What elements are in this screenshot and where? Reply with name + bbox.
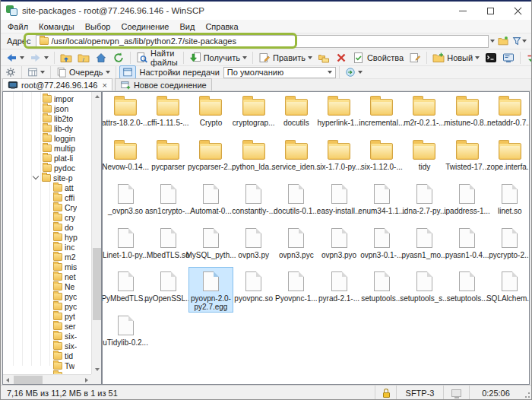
tab-session[interactable]: root@77.246.96.146 ×	[2, 78, 112, 90]
file-item[interactable]: Linet-1.0-py...	[104, 224, 147, 268]
parent-directory-button[interactable]	[58, 51, 74, 65]
open-directory-button[interactable]	[496, 34, 510, 48]
preferences-button[interactable]	[3, 66, 18, 78]
file-item[interactable]: attrs-18.2.0-...	[104, 93, 147, 137]
file-item[interactable]: Pyovpnc-1...	[275, 268, 318, 312]
file-item[interactable]: pyovpn-2.0-py2.7.egg	[189, 268, 232, 312]
file-item[interactable]: idna-2.7-py...	[403, 180, 445, 224]
tree-item[interactable]: pyc	[3, 301, 91, 311]
tree-item[interactable]: inc	[3, 242, 91, 252]
file-item[interactable]: docutils-0.1...	[275, 180, 318, 224]
scroll-down-icon[interactable]	[95, 368, 100, 371]
console-button[interactable]	[500, 51, 517, 65]
file-item[interactable]: pyasn1-0.4...	[446, 224, 489, 268]
file-item[interactable]: ovpn3.py	[233, 224, 275, 268]
file-item[interactable]: m2r-0.2.1-...	[403, 93, 445, 137]
file-item[interactable]: ovpn3.pyo	[318, 224, 360, 268]
tree-item[interactable]: json	[3, 103, 91, 113]
root-directory-button[interactable]: /	[75, 51, 92, 65]
transfer-panel-toggle[interactable]	[119, 65, 136, 79]
file-item[interactable]: hyperlink-1...	[318, 93, 360, 137]
tree-item[interactable]: mis	[3, 262, 91, 271]
scroll-up-icon[interactable]	[95, 95, 100, 98]
file-item[interactable]: pyovpnc.so	[233, 268, 275, 312]
encryption-cell[interactable]	[375, 386, 396, 400]
transfer-preset-select[interactable]: По умолчанию	[223, 67, 336, 78]
file-item[interactable]: docutils	[275, 93, 318, 137]
file-item[interactable]: ovpn3.pyc	[275, 224, 318, 268]
file-item[interactable]: PyMbedTLS...	[104, 268, 147, 312]
tree-item[interactable]: hyp	[3, 232, 91, 242]
close-button[interactable]	[504, 2, 531, 20]
filter-button[interactable]	[510, 34, 528, 48]
panel-layout-button[interactable]	[25, 66, 47, 78]
menu-item[interactable]: Выбор	[80, 21, 116, 33]
back-button[interactable]	[3, 51, 27, 65]
tree-item[interactable]: tid	[3, 351, 91, 360]
file-item[interactable]: incremental...	[360, 93, 403, 137]
file-item[interactable]: ovpn3-0.1-...	[360, 224, 403, 268]
file-item[interactable]: enum34-1.1...	[360, 180, 403, 224]
tree-item[interactable]: ser	[3, 321, 91, 331]
scroll-left-icon[interactable]	[6, 378, 9, 383]
tree-vertical-scrollbar[interactable]	[91, 92, 101, 374]
file-item[interactable]: MbedTLS.so	[147, 224, 189, 268]
tree-item[interactable]: net	[3, 271, 91, 281]
tree-item[interactable]: att	[3, 183, 91, 192]
file-item[interactable]: cffi-1.11.5-...	[147, 93, 189, 137]
chevron-down-icon[interactable]	[33, 173, 39, 179]
new-button[interactable]: Новый	[430, 51, 482, 65]
tree-item[interactable]: cffi	[3, 192, 91, 202]
menu-item[interactable]: Файл	[2, 21, 33, 33]
menu-item[interactable]: Вид	[174, 21, 200, 33]
file-item[interactable]: constantly-...	[233, 180, 275, 224]
tree-item[interactable]: six-	[3, 331, 91, 341]
file-item[interactable]: Nevow-0.14...	[104, 137, 147, 181]
horizontal-scroll-thumb[interactable]	[14, 376, 43, 384]
file-item[interactable]: tidy	[403, 137, 445, 181]
file-item[interactable]: easy-install...	[318, 180, 360, 224]
tree-item[interactable]: lib2to	[3, 113, 91, 123]
file-item[interactable]: pycparser	[147, 137, 189, 181]
file-item[interactable]: mistune-0.8...	[446, 93, 489, 137]
maximize-button[interactable]	[477, 2, 504, 20]
tree-item[interactable]: lib-dy	[3, 123, 91, 133]
file-item[interactable]: pyasn1_mo...	[403, 224, 445, 268]
tree-item[interactable]: Tw	[3, 360, 91, 370]
file-item[interactable]: linet.so	[489, 180, 530, 224]
tree-item[interactable]: cry	[3, 212, 91, 222]
file-item[interactable]: _ovpn3.so	[104, 180, 147, 224]
address-dropdown-button[interactable]	[489, 34, 496, 48]
file-item[interactable]: setuptools_s...	[403, 268, 445, 312]
file-item[interactable]: service_iden...	[275, 137, 318, 181]
resize-grip[interactable]	[522, 386, 531, 400]
menu-item[interactable]: Команды	[33, 21, 80, 33]
address-input[interactable]: /usr/local/openvpn_as/lib/python2.7/site…	[36, 35, 489, 48]
terminal-button[interactable]	[483, 51, 499, 65]
minimize-button[interactable]	[449, 2, 477, 20]
tree-item[interactable]: pyc	[3, 291, 91, 301]
vertical-scroll-thumb[interactable]	[93, 248, 101, 320]
menu-item[interactable]: Соединение	[116, 21, 174, 33]
home-directory-button[interactable]	[93, 51, 109, 65]
file-item[interactable]: six-1.7.0-py...	[318, 137, 360, 181]
file-item[interactable]: zope.interfa...	[489, 137, 530, 181]
tree-item[interactable]: pyt	[3, 311, 91, 321]
file-item[interactable]: six-1.12.0-...	[360, 137, 403, 181]
file-item[interactable]: python_lda...	[233, 137, 275, 181]
queue-button[interactable]: Очередь	[54, 66, 112, 78]
file-item[interactable]: pycparser-2...	[189, 137, 232, 181]
duplicate-button[interactable]	[315, 51, 332, 65]
file-item[interactable]: setuptools...	[360, 268, 403, 312]
scroll-right-icon[interactable]	[85, 378, 88, 383]
tree-horizontal-scrollbar[interactable]	[3, 374, 91, 384]
tree-item[interactable]: pydoc	[3, 163, 91, 173]
file-item[interactable]: cryptograp...	[233, 93, 275, 137]
protocol-cell[interactable]: SFTP-3	[396, 386, 443, 400]
file-item[interactable]: asn1crypto-...	[147, 180, 189, 224]
properties-button[interactable]: Свойства	[350, 51, 406, 65]
tree-item[interactable]: six-	[3, 341, 91, 351]
file-item[interactable]: MySQL_pyth...	[189, 224, 232, 268]
tree-item[interactable]: m2	[3, 252, 91, 262]
tab-new-session[interactable]: Новое соединение	[115, 78, 212, 90]
